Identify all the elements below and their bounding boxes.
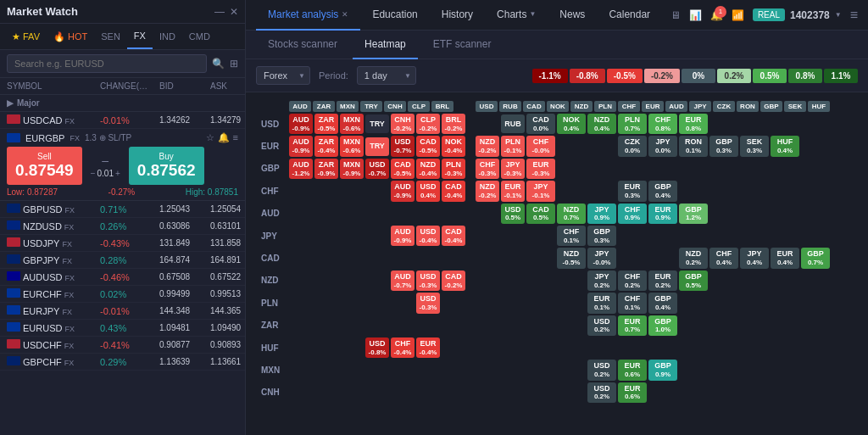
cell-jpy-gbp[interactable]: GBP0.3% <box>587 226 616 246</box>
cell-huf-usd[interactable]: USD-0.8% <box>365 337 389 358</box>
cell-eur-jpy[interactable]: JPY0.0% <box>648 136 677 156</box>
cell-jpy-usd[interactable]: USD-0.4% <box>416 226 440 246</box>
nav-charts[interactable]: Charts ▼ <box>485 0 548 31</box>
nav-calendar[interactable]: Calendar <box>597 0 662 31</box>
grid-icon[interactable]: ⊞ <box>230 58 238 70</box>
cell-eur-try[interactable]: TRY <box>365 137 389 156</box>
cell-eur-chf[interactable]: CHF-0.0% <box>526 136 555 156</box>
hamburger-icon[interactable]: ≡ <box>850 8 858 23</box>
cell-usd-cnh[interactable]: CNH-0.2% <box>391 114 415 134</box>
cell-eur-czk[interactable]: CZK0.0% <box>618 136 647 156</box>
monitor-icon[interactable]: 🖥 <box>670 9 681 21</box>
step-down[interactable]: − <box>91 169 96 178</box>
cell-usd-nzd[interactable]: NZD0.4% <box>587 114 616 134</box>
cell-aud-eur[interactable]: EUR0.9% <box>648 204 677 224</box>
cell-chf-gbp[interactable]: GBP0.4% <box>648 181 677 201</box>
cell-zar-usd[interactable]: USD0.2% <box>587 315 616 336</box>
cell-nzd-gbp[interactable]: GBP0.5% <box>679 270 708 291</box>
cell-gbp-chf[interactable]: JPY-0.3% <box>501 159 525 179</box>
cell-chf-usd[interactable]: USD0.4% <box>416 181 440 201</box>
settings-icon[interactable]: ≡ <box>233 132 238 143</box>
cell-chf-eur[interactable]: EUR-0.1% <box>501 181 525 201</box>
buy-box[interactable]: Buy 0.87562 <box>129 147 204 185</box>
cell-huf-eur[interactable]: EUR-0.4% <box>416 337 440 358</box>
cell-huf-chf[interactable]: CHF-0.4% <box>391 337 415 358</box>
cell-mxn-eur[interactable]: EUR0.6% <box>618 360 647 380</box>
tab-fx[interactable]: FX <box>127 24 153 49</box>
cell-nzd-cad[interactable]: CAD-0.2% <box>442 270 465 291</box>
cell-chf-eur2[interactable]: EUR0.3% <box>618 181 647 201</box>
nav-market-analysis[interactable]: Market analysis ✕ <box>256 0 360 31</box>
account-dropdown[interactable]: ▼ <box>835 11 842 19</box>
cell-cad-jpy2[interactable]: JPY0.4% <box>740 248 769 268</box>
cell-gbp-aud1[interactable]: AUD-1.2% <box>289 159 313 179</box>
symbol-row-gbpusd[interactable]: GBPUSDFX 0.71% 1.25043 1.25054 <box>0 201 245 218</box>
cell-cad-gbp[interactable]: GBP0.7% <box>801 248 830 268</box>
cell-aud-usd[interactable]: USD0.5% <box>501 204 525 224</box>
cell-aud-chf[interactable]: CHF0.9% <box>618 204 647 224</box>
cell-eur-huf[interactable]: HUF0.4% <box>771 136 799 156</box>
cell-pln-gbp[interactable]: GBP0.4% <box>648 293 677 313</box>
cell-pln-eur[interactable]: EUR0.1% <box>587 293 616 313</box>
symbol-row-audusd[interactable]: AUDUSDFX -0.46% 0.67508 0.67522 <box>0 269 245 286</box>
cell-cad-eur[interactable]: EUR0.4% <box>771 248 799 268</box>
cell-nzd-eur[interactable]: EUR0.2% <box>648 270 677 291</box>
cell-cad-jpy[interactable]: JPY-0.0% <box>587 248 616 268</box>
cell-chf-aud[interactable]: AUD-0.9% <box>391 181 415 201</box>
symbol-row-gbpjpy[interactable]: GBPJPYFX 0.28% 164.874 164.891 <box>0 252 245 269</box>
cell-zar-eur[interactable]: EUR0.7% <box>618 315 647 336</box>
search-input[interactable] <box>7 54 207 73</box>
symbol-row-eurusd[interactable]: EURUSDFX 0.43% 1.09481 1.09490 <box>0 320 245 337</box>
cell-usd-mxn[interactable]: MXN-0.6% <box>340 114 364 134</box>
cell-usd-cad[interactable]: CAD0.0% <box>526 114 555 134</box>
tab-cmd[interactable]: CMD <box>182 25 217 48</box>
tab-fav[interactable]: ★ FAV <box>5 25 47 49</box>
cell-eur-gbp[interactable]: GBP0.3% <box>709 136 738 156</box>
alert-icon[interactable]: 🔔 <box>218 132 230 143</box>
cell-gbp-cad[interactable]: NZD-0.4% <box>416 159 440 179</box>
subtab-etf-scanner[interactable]: ETF scanner <box>421 31 504 59</box>
step-up[interactable]: + <box>115 169 120 178</box>
cell-eur-usd[interactable]: USD-0.7% <box>391 136 415 156</box>
cell-mxn-gbp[interactable]: GBP0.9% <box>648 360 677 380</box>
cell-chf-jpy[interactable]: JPY-0.1% <box>526 181 555 201</box>
step-control[interactable]: − 0.01 + <box>91 169 120 178</box>
cell-nzd-usd[interactable]: USD-0.3% <box>416 270 440 291</box>
cell-aud-nzd[interactable]: NZD0.7% <box>557 204 586 224</box>
symbol-row-eurchf[interactable]: EURCHFFX 0.02% 0.99499 0.99513 <box>0 286 245 303</box>
cell-nzd-chf[interactable]: CHF0.2% <box>618 270 647 291</box>
cell-gbp-zar[interactable]: ZAR-0.9% <box>314 159 338 179</box>
cell-pln-chf[interactable]: CHF0.1% <box>618 293 647 313</box>
cell-usd-brl[interactable]: BRL-0.2% <box>442 114 465 134</box>
cell-cnh-eur[interactable]: EUR0.6% <box>618 382 647 403</box>
cell-usd-chf[interactable]: CHF0.8% <box>648 114 677 134</box>
cell-eur-sek[interactable]: SEK0.3% <box>740 136 769 156</box>
cell-usd-eur[interactable]: EUR0.8% <box>679 114 708 134</box>
cell-usd-nok[interactable]: NOK0.4% <box>557 114 586 134</box>
subtab-heatmap[interactable]: Heatmap <box>353 31 418 59</box>
symbol-row-usdchf[interactable]: USDCHFFX -0.41% 0.90877 0.90893 <box>0 337 245 354</box>
cell-chf-cad[interactable]: CAD-0.4% <box>442 181 465 201</box>
cell-mxn-usd[interactable]: USD0.2% <box>587 360 616 380</box>
cell-gbp-usd[interactable]: CAD-0.5% <box>391 159 415 179</box>
cell-aud-jpy[interactable]: JPY0.9% <box>587 204 616 224</box>
symbol-row-usdjpy[interactable]: USDJPYFX -0.43% 131.849 131.858 <box>0 235 245 252</box>
cell-cad-nzd2[interactable]: NZD0.2% <box>679 248 708 268</box>
tab-ind[interactable]: IND <box>153 25 182 48</box>
cell-usd-zar[interactable]: ZAR-0.5% <box>314 114 338 134</box>
cell-jpy-cad[interactable]: CAD-0.4% <box>442 226 465 246</box>
star-icon[interactable]: ☆ <box>206 132 214 143</box>
market-analysis-close[interactable]: ✕ <box>342 10 348 19</box>
sell-box[interactable]: Sell 0.87549 <box>7 147 82 185</box>
tab-hot[interactable]: 🔥 HOT <box>47 25 94 49</box>
cell-eur-cad[interactable]: CAD-0.5% <box>416 136 440 156</box>
cell-usd-aud[interactable]: AUD-0.9% <box>289 114 313 134</box>
cell-gbp-mxn[interactable]: MXN-0.9% <box>340 159 364 179</box>
tab-sen[interactable]: SEN <box>94 25 127 48</box>
cell-jpy-chf[interactable]: CHF0.1% <box>557 226 586 246</box>
cell-chf-nzd[interactable]: NZD-0.2% <box>476 181 499 201</box>
cell-eur-aud1[interactable]: AUD-0.9% <box>289 136 313 156</box>
cell-usd-rub[interactable]: RUB <box>501 114 525 133</box>
cell-eur-pln[interactable]: PLN-0.1% <box>501 136 525 156</box>
market-select[interactable]: Forex Stocks Crypto <box>256 66 310 85</box>
